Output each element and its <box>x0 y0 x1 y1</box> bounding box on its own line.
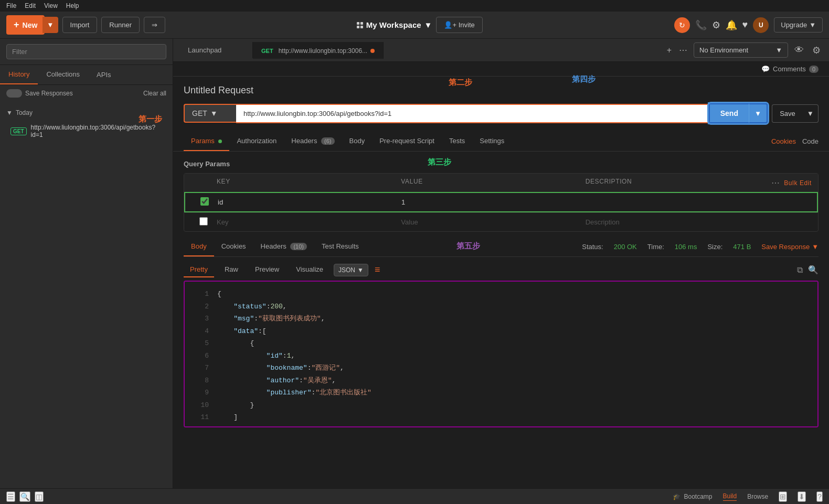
search-input[interactable] <box>6 44 166 59</box>
history-item-url: http://www.liulongbin.top:3006/api/getbo… <box>31 124 162 138</box>
code-link[interactable]: Code <box>802 137 819 145</box>
json-line-2: 2 "status" : 200 , <box>185 301 817 313</box>
more-options-button[interactable]: ⋯ <box>771 178 780 188</box>
help-bottom-icon[interactable]: ? <box>816 491 823 502</box>
send-dropdown-button[interactable]: ▼ <box>749 103 768 123</box>
params-value-input-1[interactable] <box>401 198 585 206</box>
sidebar-tab-apis[interactable]: APIs <box>88 66 119 84</box>
sidebar-toggle-icon[interactable]: ☰ <box>6 491 15 502</box>
req-tab-pre-request[interactable]: Pre-request Script <box>372 132 442 151</box>
params-checkbox-1[interactable] <box>192 197 218 206</box>
layout-icon[interactable]: ⊞ <box>779 491 787 502</box>
settings-icon[interactable]: ⚙ <box>712 19 720 31</box>
wrap-text-icon[interactable]: ≡ <box>375 264 380 275</box>
add-tab-button[interactable]: + <box>665 43 674 57</box>
import-button[interactable]: Import <box>62 17 98 33</box>
bootcamp-button[interactable]: 🎓 Bootcamp <box>673 493 712 500</box>
params-key-input-1[interactable] <box>218 198 401 206</box>
sidebar-tab-collections[interactable]: Collections <box>38 65 88 84</box>
resp-format-visualize[interactable]: Visualize <box>290 262 330 277</box>
runner-button[interactable]: Runner <box>101 17 140 33</box>
panel-bottom-icon[interactable]: ◫ <box>35 491 44 502</box>
settings-env-icon[interactable]: ⚙ <box>810 42 823 58</box>
url-input[interactable] <box>236 104 709 123</box>
avatar[interactable]: U <box>753 17 769 33</box>
eye-icon[interactable]: 👁 <box>792 42 806 58</box>
flow-button[interactable]: ⇒ <box>144 17 165 33</box>
build-button[interactable]: Build <box>723 492 737 501</box>
browse-button[interactable]: Browse <box>747 493 768 500</box>
clear-all-button[interactable]: Clear all <box>143 90 166 97</box>
resp-format-pretty[interactable]: Pretty <box>184 262 214 277</box>
json-line-10: 10 } <box>185 399 817 412</box>
history-item[interactable]: GET http://www.liulongbin.top:3006/api/g… <box>6 121 166 142</box>
tab-launchpad[interactable]: Launchpad <box>179 42 253 58</box>
heart-icon[interactable]: ♥ <box>742 19 748 30</box>
upgrade-button[interactable]: Upgrade ▼ <box>774 17 823 33</box>
params-table: KEY VALUE DESCRIPTION ⋯ Bulk Edit <box>184 173 819 232</box>
req-tab-authorization[interactable]: Authorization <box>229 132 284 151</box>
menu-file[interactable]: File <box>6 2 16 9</box>
save-response-caret-icon: ▼ <box>812 243 819 251</box>
save-dropdown-button[interactable]: ▼ <box>803 104 819 123</box>
send-button[interactable]: Send <box>709 103 749 123</box>
params-description-input-2[interactable] <box>586 218 770 226</box>
params-checkbox-2[interactable] <box>190 217 217 226</box>
req-tab-headers[interactable]: Headers (6) <box>284 132 342 151</box>
method-selector[interactable]: GET ▼ <box>184 104 236 123</box>
tab-request[interactable]: GET http://www.liulongbin.top:3006... <box>253 42 384 59</box>
save-button[interactable]: Save <box>772 104 803 123</box>
params-value-input-2[interactable] <box>401 218 585 226</box>
new-dropdown-button[interactable]: ▼ <box>42 17 58 33</box>
environment-selector[interactable]: No Environment ▼ <box>694 42 788 58</box>
time-label: Time: <box>647 243 664 251</box>
menu-view[interactable]: View <box>44 2 58 9</box>
today-header[interactable]: ▼ Today <box>6 107 166 121</box>
tabs-bar: Launchpad GET http://www.liulongbin.top:… <box>179 42 694 59</box>
bulk-edit-button[interactable]: Bulk Edit <box>784 179 812 187</box>
sidebar-search-area <box>0 39 173 65</box>
search-bottom-icon[interactable]: 🔍 <box>19 491 30 502</box>
search-response-icon[interactable]: 🔍 <box>808 265 819 275</box>
sidebar-options: Save Responses Clear all <box>0 85 173 102</box>
resp-tab-headers[interactable]: Headers (10) <box>253 237 314 256</box>
save-response-button[interactable]: Save Response ▼ <box>761 243 819 251</box>
req-tab-tests[interactable]: Tests <box>442 132 472 151</box>
params-active-dot <box>218 140 222 143</box>
menu-edit[interactable]: Edit <box>25 2 36 9</box>
json-line-3: 3 "msg" : "获取图书列表成功" , <box>185 313 817 325</box>
params-key-input-2[interactable] <box>217 218 401 226</box>
get-tab-label: GET <box>261 48 273 54</box>
workspace-grid-icon <box>357 22 363 28</box>
support-icon[interactable]: 📞 <box>695 19 707 31</box>
json-format-selector[interactable]: JSON ▼ <box>334 264 368 276</box>
save-responses-toggle-area: Save Responses <box>6 89 73 98</box>
invite-button[interactable]: 👤+ Invite <box>436 17 482 33</box>
workspace-button[interactable]: My Workspace ▼ <box>357 20 432 29</box>
req-tab-params[interactable]: Params <box>184 132 229 151</box>
more-tabs-button[interactable]: ⋯ <box>677 43 689 57</box>
resp-tab-test-results[interactable]: Test Results <box>314 237 366 256</box>
resp-tab-cookies[interactable]: Cookies <box>214 237 253 256</box>
time-value: 106 ms <box>675 243 697 251</box>
sidebar-tab-history[interactable]: History <box>0 65 38 84</box>
req-tab-settings[interactable]: Settings <box>472 132 512 151</box>
resp-format-raw[interactable]: Raw <box>218 262 245 277</box>
comments-button[interactable]: 💬 Comments 0 <box>761 65 819 73</box>
menu-help[interactable]: Help <box>66 2 79 9</box>
json-line-11: 11 ] <box>185 411 817 424</box>
save-responses-toggle[interactable] <box>6 89 22 98</box>
copy-response-icon[interactable]: ⧉ <box>797 265 803 275</box>
req-tab-body[interactable]: Body <box>342 132 373 151</box>
get-method-badge: GET <box>10 127 27 135</box>
resp-tab-body[interactable]: Body <box>184 237 214 256</box>
refresh-icon[interactable]: ↻ <box>674 17 690 33</box>
save-responses-label: Save Responses <box>25 90 73 97</box>
resp-format-preview[interactable]: Preview <box>249 262 285 277</box>
notification-icon[interactable]: 🔔 <box>726 19 737 31</box>
upgrade-caret-icon: ▼ <box>809 21 816 29</box>
cookies-link[interactable]: Cookies <box>771 137 796 145</box>
new-button[interactable]: + New <box>6 15 45 35</box>
sidebar: History Collections APIs Save Responses … <box>0 39 173 488</box>
download-icon[interactable]: ⬇ <box>798 491 806 502</box>
